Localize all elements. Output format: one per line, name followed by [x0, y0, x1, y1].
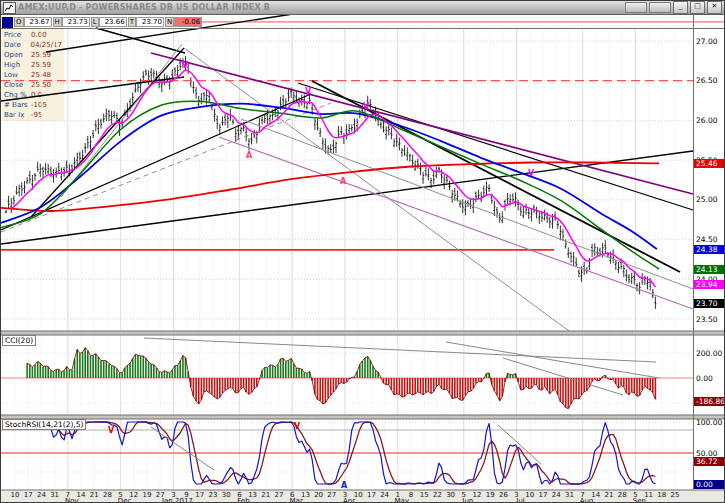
- stoch-value-badge: 36.72: [694, 457, 725, 466]
- inspector-row-value: 25.59: [31, 50, 51, 60]
- quote-bar: O23.67H23.73L23.66T23.70N-0.06: [2, 16, 202, 28]
- inspector-row-label: High: [4, 60, 31, 70]
- quote-field-label: L: [91, 17, 99, 27]
- inspector-row-value: 25.50: [31, 80, 51, 90]
- pivot-marker-V: V: [182, 61, 189, 70]
- inspector-row-value: -105: [31, 100, 47, 110]
- price-badge: 23.70: [694, 299, 725, 308]
- cci-panel-label: CCI(20): [2, 335, 36, 346]
- price-axis-label: 24.50: [696, 235, 725, 244]
- price-badge: 24.13: [694, 265, 725, 274]
- price-axis-label: 26.50: [696, 76, 725, 85]
- title-bar: AMEX:UUP,D - POWERSHARES DB US DOLLAR IN…: [1, 1, 724, 15]
- chart-window: AMEX:UUP,D - POWERSHARES DB US DOLLAR IN…: [0, 0, 725, 503]
- pivot-marker-V: V: [108, 426, 115, 435]
- inspector-row-label: Chg %: [4, 90, 31, 100]
- price-axis-label: 23.50: [696, 315, 725, 324]
- chart-overlays: CCI(20) StochRSI(14,21(2),5) 27.0026.502…: [1, 1, 724, 502]
- inspector-row-value: -95: [31, 110, 42, 120]
- inspector-row-label: Open: [4, 50, 31, 60]
- symbol-color-swatch[interactable]: [2, 17, 13, 28]
- inspector-row-label: Low: [4, 70, 31, 80]
- chart-svg: VVVVAAVVA: [1, 1, 725, 503]
- price-axis-label: 25.00: [696, 195, 725, 204]
- inspector-row: Close25.50: [2, 80, 64, 90]
- price-badge: 24.38: [694, 245, 725, 254]
- quote-field-N: N-0.06: [165, 17, 202, 27]
- inspector-row: High25.59: [2, 60, 64, 70]
- inspector-row: Open25.59: [2, 50, 64, 60]
- pivot-marker-A: A: [246, 151, 253, 160]
- inspector-row-label: # Bars: [4, 100, 31, 110]
- inspector-row-label: Close: [4, 80, 31, 90]
- window-title: AMEX:UUP,D - POWERSHARES DB US DOLLAR IN…: [18, 3, 623, 12]
- toolbar-button-2[interactable]: [649, 2, 671, 13]
- quote-field-value: 23.70: [136, 17, 164, 27]
- stoch-axis-label: 100.00: [696, 418, 725, 427]
- quote-field-O: O23.67: [14, 17, 52, 27]
- cci-axis-label: 200.00: [696, 349, 725, 358]
- inspector-row-label: Price: [4, 30, 31, 40]
- pivot-marker-V: V: [305, 87, 312, 96]
- data-inspector-panel: Price0.00Date04/25/17Open25.59High25.59L…: [2, 29, 64, 121]
- inspector-row-value: 04/25/17: [31, 40, 62, 50]
- maximize-button[interactable]: □: [690, 1, 705, 14]
- inspector-row: Date04/25/17: [2, 40, 64, 50]
- date-axis-strip: [1, 490, 724, 503]
- inspector-row-value: 25.59: [31, 60, 51, 70]
- stoch-axis-label: 50.00: [696, 449, 725, 458]
- inspector-row: Low25.48: [2, 70, 64, 80]
- pivot-marker-V: V: [528, 169, 535, 178]
- pivot-marker-A: A: [341, 481, 348, 490]
- inspector-row: Bar Ix-95: [2, 110, 64, 120]
- inspector-row-value: 0.00: [31, 30, 47, 40]
- quote-field-value: 23.73: [62, 17, 90, 27]
- quote-field-label: T: [128, 17, 136, 27]
- quote-field-H: H23.73: [53, 17, 90, 27]
- price-axis-label: 26.00: [696, 116, 725, 125]
- quote-field-value: 23.66: [99, 17, 127, 27]
- inspector-row: Price0.00: [2, 30, 64, 40]
- price-axis-label: 27.00: [696, 37, 725, 46]
- inspector-row-value: 25.48: [31, 70, 51, 80]
- cci-axis-label: 0.00: [696, 374, 725, 383]
- inspector-row: Chg %0.0: [2, 90, 64, 100]
- cci-value-badge: -186.86: [694, 397, 725, 406]
- inspector-row-value: 0.0: [31, 90, 42, 100]
- pivot-marker-V: V: [294, 422, 301, 431]
- inspector-row-label: Date: [4, 40, 31, 50]
- pivot-marker-V: V: [363, 102, 370, 111]
- stoch-panel-label: StochRSI(14,21(2),5): [2, 419, 86, 430]
- price-axis-label: 24.00: [696, 275, 725, 284]
- inspector-row: # Bars-105: [2, 100, 64, 110]
- app-icon: [3, 2, 16, 14]
- close-button[interactable]: ✕: [707, 1, 722, 14]
- pivot-marker-A: A: [340, 177, 347, 186]
- price-axis-label: 25.50: [696, 156, 725, 165]
- quote-field-label: O: [14, 17, 24, 27]
- quote-field-label: H: [53, 17, 62, 27]
- price-badge: 23.94: [694, 280, 725, 289]
- quote-field-L: L23.66: [91, 17, 127, 27]
- quote-field-label: N: [165, 17, 174, 27]
- quote-field-T: T23.70: [128, 17, 164, 27]
- quote-field-value: 23.67: [24, 17, 52, 27]
- price-badge: 25.46: [694, 159, 725, 168]
- quote-field-value: -0.06: [174, 17, 202, 27]
- toolbar-button-1[interactable]: [625, 2, 647, 13]
- inspector-row-label: Bar Ix: [4, 110, 31, 120]
- minimize-button[interactable]: _: [673, 1, 688, 14]
- stoch-value-badge: 0.00: [694, 480, 725, 489]
